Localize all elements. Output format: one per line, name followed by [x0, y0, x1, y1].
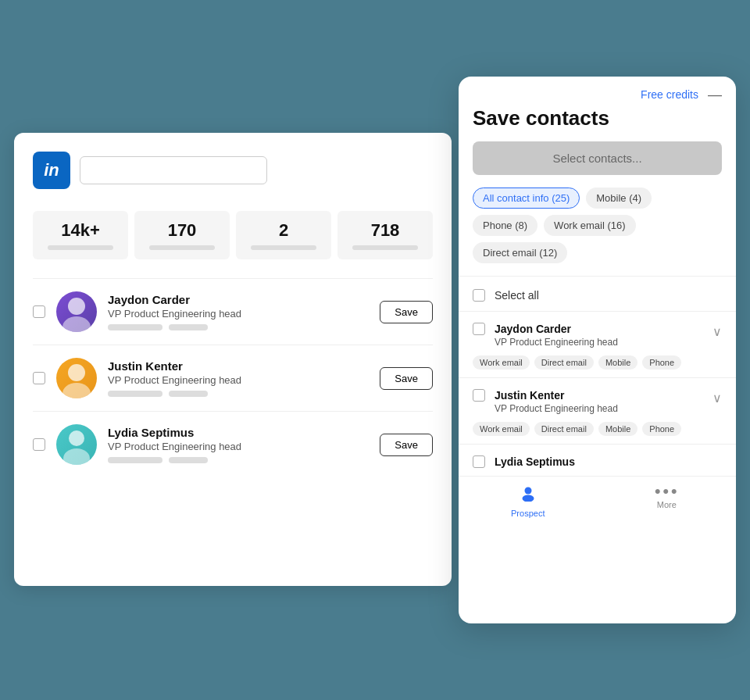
li-contact-meta-1	[108, 324, 369, 330]
li-contact-row-3: Lydia Septimus VP Product Engineering he…	[33, 411, 433, 477]
sc-checkbox-2[interactable]	[473, 389, 485, 402]
li-contact-title-2: VP Product Engineering head	[108, 374, 369, 386]
sc-tag-mobile-2: Mobile	[598, 422, 638, 436]
li-save-btn-2[interactable]: Save	[380, 367, 433, 390]
li-contact-title-3: VP Product Engineering head	[108, 441, 369, 452]
sc-tags-row-1: Work email Direct email Mobile Phone	[473, 355, 722, 370]
li-contact-info-1: Jaydon Carder VP Product Engineering hea…	[108, 293, 369, 330]
sc-tag-direct-email-2: Direct email	[534, 422, 594, 436]
li-save-btn-1[interactable]: Save	[380, 301, 433, 323]
select-all-row: Select all	[459, 280, 736, 311]
li-stats: 14k+ 170 2 718	[33, 211, 433, 259]
li-avatar-lydia	[56, 424, 97, 465]
sc-contact-header-2: Justin Kenter VP Product Engineering hea…	[473, 389, 722, 414]
li-stat-bar-1	[48, 245, 114, 250]
sc-contact-details-1: Jaydon Carder VP Product Engineering hea…	[495, 323, 703, 348]
li-meta-pill-1	[108, 324, 162, 330]
li-stat-value-2: 170	[141, 220, 223, 241]
li-header: in	[33, 152, 433, 189]
select-all-checkbox[interactable]	[473, 289, 485, 302]
sc-tag-work-email-2: Work email	[473, 422, 530, 436]
li-stat-value-1: 14k+	[39, 220, 122, 241]
select-all-label: Select all	[495, 289, 539, 302]
li-contact-info-3: Lydia Septimus VP Product Engineering he…	[108, 426, 369, 463]
sc-contact-header-3: Lydia Septimus	[473, 455, 722, 468]
li-meta-pill-2	[108, 391, 162, 397]
nav-prospect[interactable]: Prospect	[459, 484, 598, 518]
sc-contact-block-3: Lydia Septimus	[459, 444, 736, 476]
sc-contact-details-3: Lydia Septimus	[495, 455, 722, 468]
li-stat-value-4: 718	[344, 220, 427, 241]
select-contacts-button[interactable]: Select contacts...	[473, 141, 722, 175]
li-search-bar[interactable]	[80, 156, 267, 184]
li-stat-bar-3	[251, 245, 317, 250]
li-contact-name-1: Jaydon Carder	[108, 293, 369, 306]
svg-point-4	[69, 430, 84, 446]
li-meta-pill-sm-3	[169, 457, 208, 463]
sc-checkbox-1[interactable]	[473, 323, 485, 335]
sc-tag-phone-1: Phone	[642, 355, 681, 370]
sc-tag-phone-2: Phone	[642, 422, 681, 436]
nav-prospect-label: Prospect	[511, 509, 545, 518]
filter-all-contact-info[interactable]: All contact info (25)	[473, 188, 580, 209]
sc-contact-title-1: VP Product Engineering head	[495, 337, 703, 348]
sc-contact-name-3: Lydia Septimus	[495, 455, 722, 468]
svg-point-1	[62, 316, 91, 332]
li-checkbox-3[interactable]	[33, 438, 45, 451]
li-stat-value-3: 2	[242, 220, 325, 241]
more-icon: ●●●	[655, 484, 679, 497]
sc-checkbox-3[interactable]	[473, 455, 485, 468]
filter-direct-email[interactable]: Direct email (12)	[473, 242, 567, 263]
linkedin-panel: in 14k+ 170 2 718 Jaydo	[14, 133, 452, 586]
li-contact-title-1: VP Product Engineering head	[108, 308, 369, 320]
li-contact-row-2: Justin Kenter VP Product Engineering hea…	[33, 345, 433, 411]
sc-tag-direct-email-1: Direct email	[534, 355, 594, 370]
sc-tag-mobile-1: Mobile	[598, 355, 638, 370]
sc-contact-details-2: Justin Kenter VP Product Engineering hea…	[495, 389, 703, 414]
li-stat-2: 170	[134, 211, 230, 259]
li-checkbox-1[interactable]	[33, 305, 45, 318]
li-checkbox-2[interactable]	[33, 372, 45, 384]
filter-work-email[interactable]: Work email (16)	[544, 215, 636, 236]
sc-contact-name-1: Jaydon Carder	[495, 323, 703, 335]
li-stat-bar-2	[149, 245, 216, 250]
filter-mobile[interactable]: Mobile (4)	[586, 188, 652, 209]
li-contact-name-3: Lydia Septimus	[108, 426, 369, 439]
chevron-down-icon-1[interactable]: ∨	[712, 324, 722, 339]
nav-more[interactable]: ●●● More	[598, 484, 737, 518]
free-credits-link[interactable]: Free credits	[641, 88, 698, 101]
li-contact-info-2: Justin Kenter VP Product Engineering hea…	[108, 359, 369, 397]
sc-contact-header-1: Jaydon Carder VP Product Engineering hea…	[473, 323, 722, 348]
close-button[interactable]: —	[708, 88, 722, 102]
li-avatar-justin	[56, 358, 97, 398]
li-avatar-jaydon	[56, 291, 97, 332]
sc-contact-name-2: Justin Kenter	[495, 389, 703, 402]
li-stat-4: 718	[338, 211, 433, 259]
sc-contact-block-2: Justin Kenter VP Product Engineering hea…	[459, 377, 736, 444]
filter-row: All contact info (25) Mobile (4) Phone (…	[459, 188, 736, 273]
panel-title: Save contacts	[459, 106, 736, 141]
filter-phone[interactable]: Phone (8)	[473, 215, 538, 236]
li-contact-meta-2	[108, 391, 369, 397]
li-stat-3: 2	[236, 211, 331, 259]
li-contact-name-2: Justin Kenter	[108, 359, 369, 373]
linkedin-logo: in	[33, 152, 70, 189]
li-stat-1: 14k+	[33, 211, 128, 259]
nav-more-label: More	[657, 500, 677, 509]
li-meta-pill-3	[108, 457, 162, 463]
divider-1	[459, 276, 736, 277]
sc-tag-work-email-1: Work email	[473, 355, 530, 370]
li-save-btn-3[interactable]: Save	[380, 434, 433, 456]
sc-tags-row-2: Work email Direct email Mobile Phone	[473, 422, 722, 436]
li-contact-meta-3	[108, 457, 369, 463]
li-meta-pill-sm-1	[169, 324, 208, 330]
li-contact-row-1: Jaydon Carder VP Product Engineering hea…	[33, 278, 433, 345]
save-contacts-panel: Free credits — Save contacts Select cont…	[459, 77, 736, 623]
chevron-down-icon-2[interactable]: ∨	[712, 391, 722, 405]
sc-contact-title-2: VP Product Engineering head	[495, 403, 703, 414]
li-meta-pill-sm-2	[169, 391, 208, 397]
sc-contact-block-1: Jaydon Carder VP Product Engineering hea…	[459, 311, 736, 377]
svg-point-3	[62, 383, 91, 398]
svg-point-7	[522, 495, 534, 502]
li-stat-bar-4	[352, 245, 419, 250]
